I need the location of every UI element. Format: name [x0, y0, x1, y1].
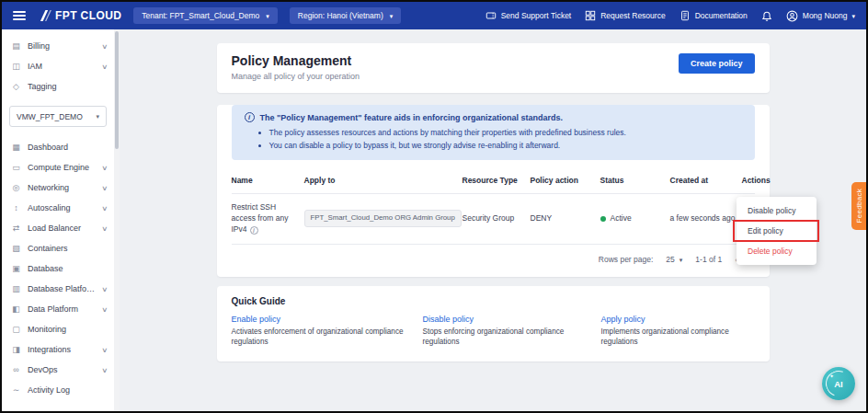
col-policy-action: Policy action	[531, 167, 600, 193]
chevron-down-icon: ▾	[680, 257, 683, 263]
sidebar-scrollbar[interactable]	[114, 29, 120, 411]
autoscaling-icon: ↕	[11, 203, 21, 212]
enable-policy-link[interactable]: Enable policy	[232, 315, 412, 324]
edit-policy-menu-item[interactable]: Edit policy	[737, 221, 817, 241]
fpt-cloud-logo[interactable]: FPT CLOUD	[38, 9, 121, 22]
send-support-ticket-link[interactable]: Send Support Ticket	[485, 10, 572, 21]
rows-per-page-select[interactable]: 25 ▾	[666, 255, 682, 264]
sidebar-item-load-balancer[interactable]: ⇄ Load Balancer ∨	[2, 218, 114, 238]
guide-enable-policy: Enable policy Activates enforcement of o…	[232, 315, 412, 348]
guide-apply-policy: Apply policy Implements organizational c…	[601, 315, 755, 348]
col-status: Status	[600, 167, 670, 193]
info-icon	[250, 226, 258, 235]
sidebar: ▤ Billing ∨ ◫ IAM ∨ ◇ Tagging VMW_FPT_DE…	[2, 29, 114, 411]
table-header-row: Name Apply to Resource Type Policy actio…	[232, 167, 755, 194]
sidebar-item-billing[interactable]: ▤ Billing ∨	[2, 36, 114, 56]
sidebar-item-autoscaling[interactable]: ↕ Autoscaling ∨	[2, 198, 114, 218]
sidebar-item-compute-engine[interactable]: ▭ Compute Engine ∨	[2, 157, 114, 178]
network-icon: ◎	[11, 183, 21, 192]
sidebar-item-monitoring[interactable]: ▢ Monitoring	[2, 319, 114, 339]
devops-icon: ∞	[11, 365, 21, 374]
ticket-icon	[485, 10, 497, 21]
banner-bullet: The policy assesses resources and action…	[269, 126, 742, 139]
database-platform-icon: ▥	[11, 284, 21, 293]
sidebar-item-activity-log[interactable]: ∼ Activity Log	[2, 380, 114, 400]
apply-policy-link[interactable]: Apply policy	[601, 315, 755, 324]
enable-policy-desc: Activates enforcement of organizational …	[232, 327, 408, 348]
page-subtitle: Manage all policy of your operation	[232, 72, 360, 81]
chevron-down-icon: ∨	[101, 42, 108, 51]
scrollbar-thumb[interactable]	[115, 31, 119, 149]
chevron-down-icon: ∨	[101, 305, 108, 314]
sidebar-item-database-platform[interactable]: ▥ Database Platform ∨	[2, 279, 114, 299]
topbar: FPT CLOUD Tenant: FPT_Smart_Cloud_Demo ▾…	[2, 2, 866, 29]
chevron-down-icon: ▾	[851, 13, 855, 19]
monitoring-icon: ▢	[11, 325, 21, 334]
status-cell: Active	[600, 205, 670, 233]
policy-name-cell: Restrict SSH access from any IPv4	[232, 194, 304, 244]
tag-icon: ◇	[11, 82, 21, 91]
quick-guide-card: Quick Guide Enable policy Activates enfo…	[217, 286, 770, 361]
sidebar-item-data-platform[interactable]: ◧ Data Platform ∨	[2, 299, 114, 319]
grid-icon	[585, 10, 596, 21]
ai-assistant-button[interactable]: ✦ AI	[822, 367, 855, 400]
resource-type-cell: Security Group	[463, 205, 531, 233]
user-menu[interactable]: Mong Nuong ▾	[786, 10, 855, 22]
document-icon	[680, 10, 691, 21]
pagination-range: 1-1 of 1	[695, 255, 722, 264]
col-resource-type: Resource Type	[463, 167, 531, 193]
sidebar-item-containers[interactable]: ▧ Containers	[2, 238, 114, 258]
guide-disable-policy: Disable policy Stops enforcing organizat…	[423, 315, 590, 348]
chevron-down-icon: ∨	[101, 285, 108, 293]
create-policy-button[interactable]: Create policy	[679, 53, 755, 74]
iam-icon: ◫	[11, 62, 21, 71]
menu-hamburger-icon[interactable]	[13, 11, 26, 20]
notification-bell-icon[interactable]	[761, 10, 772, 22]
policy-table-card: The "Policy Management" feature aids in …	[217, 105, 770, 277]
delete-policy-menu-item[interactable]: Delete policy	[737, 241, 817, 261]
col-actions: Actions	[742, 167, 778, 193]
chevron-down-icon: ∨	[101, 366, 108, 374]
documentation-link[interactable]: Documentation	[680, 10, 748, 21]
chevron-down-icon: ∨	[101, 184, 108, 192]
tenant-selector[interactable]: Tenant: FPT_Smart_Cloud_Demo ▾	[133, 7, 278, 24]
status-dot	[600, 216, 606, 222]
data-platform-icon: ◧	[11, 304, 21, 314]
status-label: Active	[611, 213, 632, 224]
sidebar-item-database[interactable]: ▣ Database	[2, 258, 114, 279]
col-created-at: Created at	[670, 167, 742, 193]
region-selector[interactable]: Region: Hanoi (Vietnam) ▾	[290, 7, 401, 24]
row-context-menu: Disable policy Edit policy Delete policy	[737, 197, 817, 265]
feedback-tab[interactable]: Feedback	[851, 182, 866, 230]
sparkle-icon: ✦	[829, 373, 834, 379]
table-row: Restrict SSH access from any IPv4 FPT_Sm…	[232, 194, 755, 245]
rows-per-page-label: Rows per page:	[599, 255, 654, 264]
created-at-cell: a few seconds ago	[670, 205, 742, 233]
page-header-card: Policy Management Manage all policy of y…	[217, 43, 770, 93]
load-balancer-icon: ⇄	[11, 224, 21, 233]
fpt-logo-icon	[38, 10, 51, 21]
request-resource-link[interactable]: Request Resource	[585, 10, 665, 21]
page-title: Policy Management	[232, 53, 360, 68]
chevron-down-icon: ∨	[101, 63, 108, 71]
info-banner: The "Policy Management" feature aids in …	[232, 105, 755, 160]
sidebar-item-tagging[interactable]: ◇ Tagging	[2, 76, 114, 97]
logo-text: FPT CLOUD	[55, 9, 121, 22]
database-icon: ▣	[11, 264, 21, 273]
integrations-icon: ◨	[11, 345, 21, 354]
sidebar-item-dashboard[interactable]: ▦ Dashboard	[2, 137, 114, 157]
sidebar-item-iam[interactable]: ◫ IAM ∨	[2, 56, 114, 76]
project-select[interactable]: VMW_FPT_DEMO ▾	[9, 106, 107, 127]
apply-to-cell: FPT_Smart_Cloud_Demo ORG Admin Group	[304, 201, 463, 235]
sidebar-item-networking[interactable]: ◎ Networking ∨	[2, 178, 114, 198]
dashboard-icon: ▦	[11, 143, 21, 152]
billing-icon: ▤	[11, 41, 21, 51]
apply-to-chip: FPT_Smart_Cloud_Demo ORG Admin Group	[304, 210, 462, 227]
pagination: Rows per page: 25 ▾ 1-1 of 1 ‹ ›	[217, 245, 770, 276]
quick-guide-title: Quick Guide	[232, 296, 755, 306]
disable-policy-link[interactable]: Disable policy	[423, 315, 590, 324]
sidebar-item-integrations[interactable]: ◨ Integrations ∨	[2, 339, 114, 360]
disable-policy-menu-item[interactable]: Disable policy	[737, 201, 817, 221]
chevron-down-icon: ∨	[101, 224, 108, 233]
sidebar-item-devops[interactable]: ∞ DevOps ∨	[2, 360, 114, 380]
